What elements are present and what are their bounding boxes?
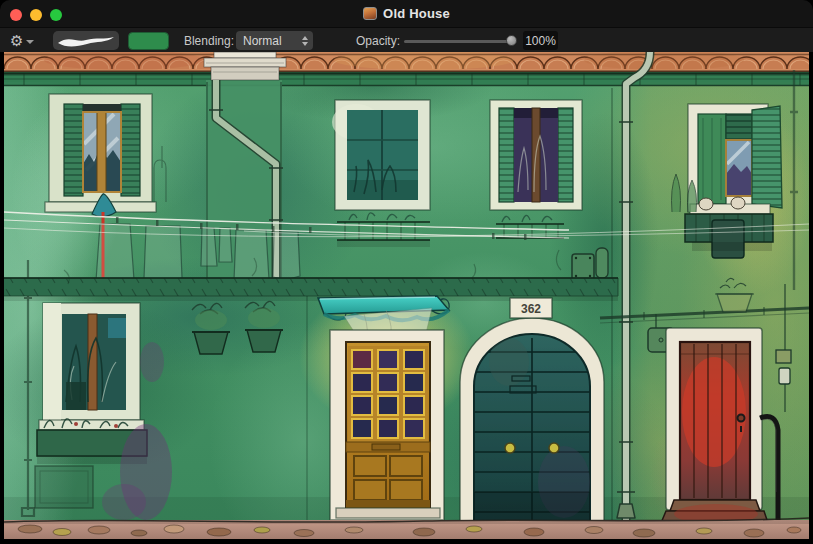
blending-selected-value: Normal <box>243 34 282 48</box>
blending-label: Blending: <box>178 28 234 53</box>
document-proxy-icon[interactable] <box>363 7 377 20</box>
toolbar: ⚙ Blending: Normal Opacity: 100 <box>0 27 813 52</box>
house-number-plaque: 362 <box>510 298 552 318</box>
window-upper-left <box>45 94 166 217</box>
window-upper-right <box>672 104 783 258</box>
brush-preview-button[interactable] <box>53 31 119 50</box>
title-area: Old House <box>0 0 813 27</box>
window-title: Old House <box>383 6 450 21</box>
current-color-swatch <box>129 33 169 50</box>
stepper-icons <box>302 36 308 46</box>
gear-icon: ⚙ <box>10 33 23 48</box>
chevron-up-icon <box>302 36 308 40</box>
opacity-value: 100% <box>523 31 558 50</box>
door-knob <box>505 443 515 453</box>
house-number: 362 <box>521 302 541 316</box>
pavement <box>4 518 809 539</box>
golden-door <box>330 330 444 520</box>
canvas-area[interactable]: 362 <box>4 52 809 539</box>
door-handle <box>738 415 745 422</box>
painting: 362 <box>4 52 809 539</box>
gutter-fascia <box>4 72 809 86</box>
chevron-down-icon <box>302 42 308 46</box>
door-knob <box>549 443 559 453</box>
slider-knob[interactable] <box>506 35 517 46</box>
blending-dropdown[interactable]: Normal <box>236 31 313 50</box>
brush-stroke-icon <box>53 31 119 50</box>
app-window: Old House ⚙ Blending: Normal Opacit <box>0 0 813 544</box>
titlebar[interactable]: Old House <box>0 0 813 27</box>
opacity-label: Opacity: <box>352 28 400 53</box>
opacity-slider[interactable] <box>404 28 517 53</box>
roof-tiles <box>4 52 809 72</box>
chevron-down-icon <box>26 40 34 44</box>
tools-menu-button[interactable]: ⚙ <box>10 28 34 53</box>
slider-track[interactable] <box>404 40 509 43</box>
color-swatch-button[interactable] <box>128 32 169 50</box>
